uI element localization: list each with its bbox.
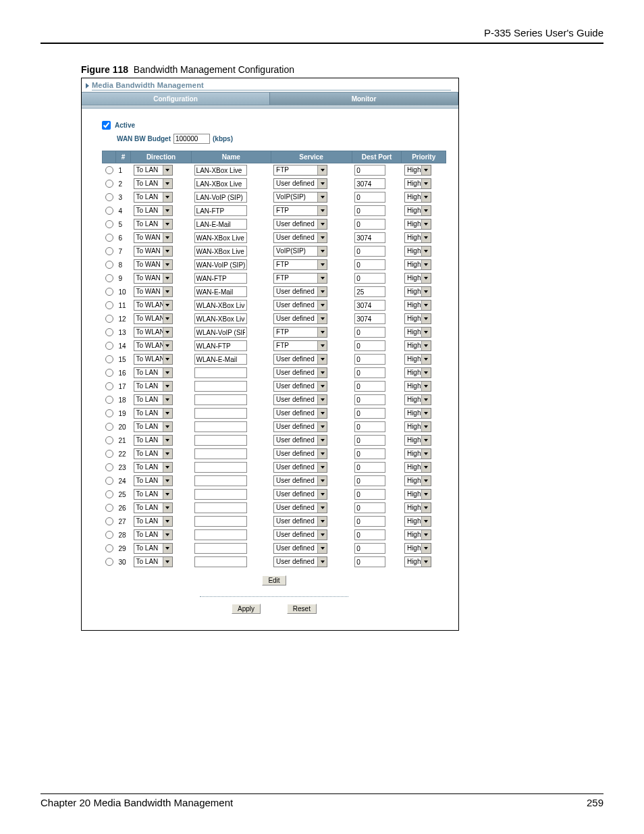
dest-port-input[interactable] <box>354 381 385 392</box>
priority-select[interactable]: High <box>404 529 431 540</box>
name-input[interactable] <box>194 178 247 189</box>
direction-select[interactable]: To WLAN <box>134 354 173 365</box>
row-select-radio[interactable] <box>105 166 113 174</box>
direction-select[interactable]: To WAN <box>134 259 173 270</box>
priority-select[interactable]: High <box>404 165 431 176</box>
name-input[interactable] <box>194 435 247 446</box>
reset-button[interactable]: Reset <box>287 604 317 614</box>
service-select[interactable]: User defined <box>273 232 327 243</box>
priority-select[interactable]: High <box>404 205 431 216</box>
name-input[interactable] <box>194 367 247 378</box>
direction-select[interactable]: To LAN <box>134 192 173 203</box>
service-select[interactable]: FTP <box>273 327 327 338</box>
direction-select[interactable]: To LAN <box>134 529 173 540</box>
direction-select[interactable]: To WAN <box>134 232 173 243</box>
priority-select[interactable]: High <box>404 435 431 446</box>
direction-select[interactable]: To LAN <box>134 165 173 176</box>
row-select-radio[interactable] <box>105 315 113 323</box>
name-input[interactable] <box>194 313 247 324</box>
name-input[interactable] <box>194 273 247 284</box>
apply-button[interactable]: Apply <box>232 604 261 614</box>
service-select[interactable]: User defined <box>273 286 327 297</box>
dest-port-input[interactable] <box>354 421 385 432</box>
direction-select[interactable]: To LAN <box>134 219 173 230</box>
direction-select[interactable]: To LAN <box>134 421 173 432</box>
name-input[interactable] <box>194 192 247 203</box>
service-select[interactable]: User defined <box>273 516 327 527</box>
dest-port-input[interactable] <box>354 516 385 527</box>
service-select[interactable]: FTP <box>273 259 327 270</box>
priority-select[interactable]: High <box>404 273 431 284</box>
row-select-radio[interactable] <box>105 207 113 215</box>
priority-select[interactable]: High <box>404 408 431 419</box>
name-input[interactable] <box>194 394 247 405</box>
service-select[interactable]: User defined <box>273 219 327 230</box>
direction-select[interactable]: To WAN <box>134 246 173 257</box>
row-select-radio[interactable] <box>105 328 113 336</box>
name-input[interactable] <box>194 259 247 270</box>
service-select[interactable]: User defined <box>273 475 327 486</box>
dest-port-input[interactable] <box>354 246 385 257</box>
name-input[interactable] <box>194 205 247 216</box>
row-select-radio[interactable] <box>105 355 113 363</box>
direction-select[interactable]: To LAN <box>134 448 173 459</box>
service-select[interactable]: User defined <box>273 354 327 365</box>
priority-select[interactable]: High <box>404 232 431 243</box>
row-select-radio[interactable] <box>105 382 113 390</box>
direction-select[interactable]: To WLAN <box>134 313 173 324</box>
row-select-radio[interactable] <box>105 504 113 512</box>
priority-select[interactable]: High <box>404 516 431 527</box>
name-input[interactable] <box>194 300 247 311</box>
direction-select[interactable]: To LAN <box>134 408 173 419</box>
name-input[interactable] <box>194 286 247 297</box>
priority-select[interactable]: High <box>404 178 431 189</box>
direction-select[interactable]: To LAN <box>134 556 173 567</box>
dest-port-input[interactable] <box>354 340 385 351</box>
direction-select[interactable]: To WLAN <box>134 340 173 351</box>
name-input[interactable] <box>194 246 247 257</box>
priority-select[interactable]: High <box>404 489 431 500</box>
service-select[interactable]: User defined <box>273 381 327 392</box>
name-input[interactable] <box>194 327 247 338</box>
name-input[interactable] <box>194 543 247 554</box>
dest-port-input[interactable] <box>354 435 385 446</box>
priority-select[interactable]: High <box>404 462 431 473</box>
row-select-radio[interactable] <box>105 544 113 552</box>
priority-select[interactable]: High <box>404 475 431 486</box>
service-select[interactable]: User defined <box>273 300 327 311</box>
dest-port-input[interactable] <box>354 300 385 311</box>
service-select[interactable]: VoIP(SIP) <box>273 192 327 203</box>
name-input[interactable] <box>194 381 247 392</box>
direction-select[interactable]: To LAN <box>134 367 173 378</box>
direction-select[interactable]: To LAN <box>134 381 173 392</box>
priority-select[interactable]: High <box>404 259 431 270</box>
service-select[interactable]: VoIP(SIP) <box>273 246 327 257</box>
edit-button[interactable]: Edit <box>262 575 286 585</box>
row-select-radio[interactable] <box>105 369 113 377</box>
service-select[interactable]: User defined <box>273 408 327 419</box>
name-input[interactable] <box>194 340 247 351</box>
name-input[interactable] <box>194 448 247 459</box>
dest-port-input[interactable] <box>354 408 385 419</box>
service-select[interactable]: User defined <box>273 178 327 189</box>
row-select-radio[interactable] <box>105 301 113 309</box>
name-input[interactable] <box>194 475 247 486</box>
dest-port-input[interactable] <box>354 502 385 513</box>
name-input[interactable] <box>194 489 247 500</box>
row-select-radio[interactable] <box>105 558 113 566</box>
name-input[interactable] <box>194 502 247 513</box>
dest-port-input[interactable] <box>354 462 385 473</box>
priority-select[interactable]: High <box>404 502 431 513</box>
dest-port-input[interactable] <box>354 286 385 297</box>
direction-select[interactable]: To LAN <box>134 543 173 554</box>
priority-select[interactable]: High <box>404 543 431 554</box>
service-select[interactable]: FTP <box>273 165 327 176</box>
priority-select[interactable]: High <box>404 354 431 365</box>
row-select-radio[interactable] <box>105 531 113 539</box>
row-select-radio[interactable] <box>105 463 113 471</box>
service-select[interactable]: User defined <box>273 394 327 405</box>
priority-select[interactable]: High <box>404 421 431 432</box>
direction-select[interactable]: To WAN <box>134 273 173 284</box>
row-select-radio[interactable] <box>105 409 113 417</box>
name-input[interactable] <box>194 354 247 365</box>
